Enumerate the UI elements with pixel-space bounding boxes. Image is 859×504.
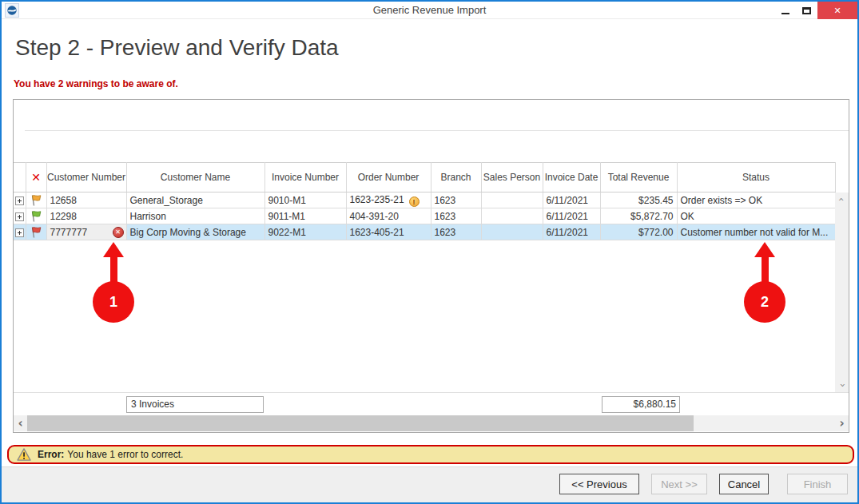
col-customer-name[interactable]: Customer Name bbox=[126, 163, 264, 192]
minimize-button[interactable] bbox=[774, 2, 796, 19]
close-icon: ✕ bbox=[833, 6, 841, 16]
vertical-scrollbar[interactable]: ‹ ‹ bbox=[835, 192, 849, 392]
col-invoice-date[interactable]: Invoice Date bbox=[543, 163, 600, 192]
minimize-icon bbox=[781, 13, 789, 14]
expand-cell[interactable] bbox=[14, 192, 26, 208]
invoice-date-cell[interactable]: 6/11/2021 bbox=[543, 192, 600, 208]
invoice-count-summary: 3 Invoices bbox=[126, 396, 264, 413]
invoice-date-cell[interactable]: 6/11/2021 bbox=[543, 224, 600, 240]
invoice-date-cell[interactable]: 6/11/2021 bbox=[543, 208, 600, 224]
error-message: You have 1 error to correct. bbox=[67, 449, 183, 460]
customer-name-cell[interactable]: Big Corp Moving & Storage bbox=[126, 224, 264, 240]
warning-triangle-icon bbox=[17, 448, 31, 461]
maximize-button[interactable] bbox=[796, 2, 817, 19]
flag-cell bbox=[26, 208, 46, 224]
customer-number-cell-error[interactable]: 7777777✕ bbox=[46, 224, 126, 240]
close-button[interactable]: ✕ bbox=[817, 2, 857, 19]
next-button[interactable]: Next >> bbox=[651, 474, 707, 494]
error-label: Error: bbox=[38, 449, 64, 460]
finish-button[interactable]: Finish bbox=[787, 474, 848, 494]
table-row-selected[interactable]: 7777777✕ Big Corp Moving & Storage 9022-… bbox=[14, 224, 835, 240]
order-number-cell[interactable]: 1623-405-21 bbox=[346, 224, 431, 240]
summary-footer: 3 Invoices $6,880.15 bbox=[14, 392, 849, 415]
col-order-number[interactable]: Order Number bbox=[346, 163, 431, 192]
flag-cell bbox=[26, 224, 46, 240]
error-banner: Error: You have 1 error to correct. bbox=[7, 445, 854, 464]
annotation-1-arrow-stem bbox=[110, 256, 117, 284]
col-status[interactable]: Status bbox=[677, 163, 835, 192]
branch-cell[interactable]: 1623 bbox=[431, 224, 481, 240]
expand-plus-icon bbox=[15, 228, 24, 237]
cancel-button[interactable]: Cancel bbox=[719, 474, 769, 494]
page-title: Step 2 - Preview and Verify Data bbox=[15, 35, 339, 61]
warnings-message: You have 2 warnings to be aware of. bbox=[14, 78, 178, 89]
total-revenue-cell[interactable]: $235.45 bbox=[600, 192, 677, 208]
window-controls: ✕ bbox=[774, 2, 857, 19]
status-cell[interactable]: Order exists => OK bbox=[677, 192, 835, 208]
previous-button[interactable]: << Previous bbox=[559, 474, 639, 494]
sales-person-cell[interactable] bbox=[481, 224, 543, 240]
group-band-divider bbox=[25, 130, 849, 131]
flag-orange-icon bbox=[30, 194, 43, 207]
col-branch[interactable]: Branch bbox=[431, 163, 481, 192]
table-row[interactable]: 12658 General_Storage 9010-M1 1623-235-2… bbox=[14, 192, 835, 208]
annotation-2-badge: 2 bbox=[744, 281, 785, 323]
preview-grid: ✕ Customer Number Customer Name Invoice … bbox=[13, 99, 849, 433]
invoice-number-cell[interactable]: 9010-M1 bbox=[264, 192, 346, 208]
scroll-left-icon[interactable]: ‹ bbox=[14, 415, 27, 431]
sales-person-cell[interactable] bbox=[481, 208, 543, 224]
status-cell[interactable]: Customer number not valid for M... bbox=[677, 224, 835, 240]
total-revenue-cell[interactable]: $5,872.70 bbox=[600, 208, 677, 224]
customer-number-cell[interactable]: 12658 bbox=[46, 192, 126, 208]
order-number-cell[interactable]: 404-391-20 bbox=[346, 208, 431, 224]
scroll-right-icon[interactable]: › bbox=[835, 415, 849, 431]
col-invoice-number[interactable]: Invoice Number bbox=[264, 163, 346, 192]
delete-x-icon: ✕ bbox=[31, 171, 41, 184]
customer-number-cell[interactable]: 12298 bbox=[46, 208, 126, 224]
invoice-number-cell[interactable]: 9011-M1 bbox=[264, 208, 346, 224]
customer-name-cell[interactable]: Harrison bbox=[126, 208, 264, 224]
expand-column-header bbox=[14, 163, 26, 192]
order-warning-icon: ! bbox=[409, 196, 420, 207]
sales-person-cell[interactable] bbox=[481, 192, 543, 208]
scroll-down-icon[interactable]: ‹ bbox=[835, 379, 849, 392]
expand-plus-icon bbox=[15, 212, 24, 221]
total-revenue-cell[interactable]: $772.00 bbox=[600, 224, 677, 240]
scroll-up-icon[interactable]: ‹ bbox=[835, 192, 849, 206]
window-title: Generic Revenue Import bbox=[2, 2, 857, 19]
branch-cell[interactable]: 1623 bbox=[431, 208, 481, 224]
expand-cell[interactable] bbox=[14, 224, 26, 240]
flag-green-icon bbox=[30, 210, 43, 223]
invoice-table: ✕ Customer Number Customer Name Invoice … bbox=[14, 162, 836, 240]
flag-red-icon bbox=[30, 226, 43, 239]
customer-name-cell[interactable]: General_Storage bbox=[126, 192, 264, 208]
title-bar: Generic Revenue Import ✕ bbox=[2, 2, 857, 19]
table-row[interactable]: 12298 Harrison 9011-M1 404-391-20 1623 6… bbox=[14, 208, 835, 224]
status-cell[interactable]: OK bbox=[677, 208, 835, 224]
order-number-cell[interactable]: 1623-235-21! bbox=[346, 192, 431, 208]
expand-plus-icon bbox=[15, 196, 24, 205]
annotation-2-arrow-stem bbox=[762, 256, 769, 284]
expand-cell[interactable] bbox=[14, 208, 26, 224]
navigation-panel: << Previous Next >> Cancel Finish bbox=[2, 466, 857, 504]
invoice-number-cell[interactable]: 9022-M1 bbox=[264, 224, 346, 240]
col-total-revenue[interactable]: Total Revenue bbox=[600, 163, 677, 192]
total-revenue-summary: $6,880.15 bbox=[602, 396, 680, 413]
annotation-1-badge: 1 bbox=[93, 281, 134, 323]
col-customer-number[interactable]: Customer Number bbox=[46, 163, 126, 192]
delete-column-header[interactable]: ✕ bbox=[26, 163, 46, 192]
header-row: ✕ Customer Number Customer Name Invoice … bbox=[14, 163, 835, 192]
error-icon: ✕ bbox=[113, 227, 124, 238]
horizontal-scrollbar[interactable]: ‹ › bbox=[14, 415, 849, 431]
col-sales-person[interactable]: Sales Person bbox=[481, 163, 543, 192]
branch-cell[interactable]: 1623 bbox=[431, 192, 481, 208]
horizontal-scroll-thumb[interactable] bbox=[27, 415, 694, 431]
maximize-icon bbox=[802, 7, 811, 14]
generic-revenue-import-window: Generic Revenue Import ✕ Step 2 - Previe… bbox=[0, 0, 859, 504]
flag-cell bbox=[26, 192, 46, 208]
